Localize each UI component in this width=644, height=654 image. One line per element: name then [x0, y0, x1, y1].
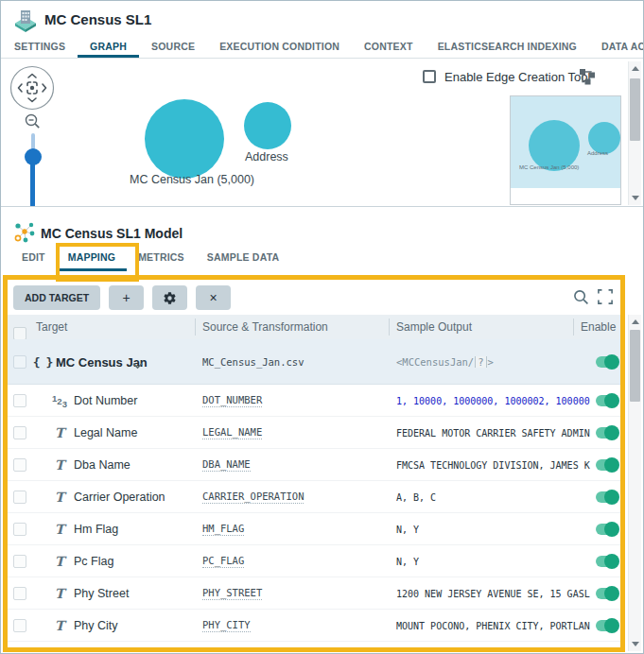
- table-row-pc-flag[interactable]: TPc FlagPC_FLAGN, Y: [8, 545, 620, 577]
- table-row-phy-city[interactable]: TPhy CityPHY_CITYMOUNT POCONO, PHENIX CI…: [8, 610, 620, 642]
- source-field[interactable]: PC_FLAG: [202, 555, 244, 568]
- select-all-checkbox[interactable]: [13, 327, 26, 340]
- enable-toggle[interactable]: [596, 395, 618, 406]
- enable-edge-creation-checkbox[interactable]: [423, 70, 436, 83]
- row-checkbox[interactable]: [13, 491, 26, 504]
- add-attribute-button[interactable]: +: [109, 285, 144, 310]
- scroll-down-arrow[interactable]: [629, 192, 641, 204]
- sample-output: FEDERAL MOTOR CARRIER SAFETY ADMIN: [396, 427, 591, 438]
- enable-toggle[interactable]: [596, 459, 618, 471]
- row-checkbox[interactable]: [13, 523, 26, 536]
- zoom-slider-fill[interactable]: [30, 160, 35, 206]
- table-row-phy-street[interactable]: TPhy StreetPHY_STREET1200 NEW JERSEY AVE…: [8, 577, 620, 610]
- target-name: Phy Street: [74, 587, 129, 600]
- source-field[interactable]: HM_FLAG: [202, 523, 244, 536]
- table-scrollbar[interactable]: [628, 315, 641, 651]
- source-field[interactable]: PHY_CITY: [202, 619, 251, 632]
- row-checkbox[interactable]: [13, 555, 26, 568]
- column-header-sample[interactable]: Sample Output: [396, 320, 472, 334]
- settings-button[interactable]: [152, 285, 187, 310]
- column-header-source[interactable]: Source & Transformation: [202, 320, 328, 334]
- hierarchy-layout-icon[interactable]: [579, 68, 596, 89]
- search-icon[interactable]: [573, 289, 589, 309]
- mapping-rows: { }MC Census JanMC_Census_Jan.csv<MCCens…: [8, 339, 620, 647]
- table-row-hm-flag[interactable]: THm FlagHM_FLAGN, Y: [8, 513, 620, 545]
- mapping-toolbar: ADD TARGET + ×: [8, 280, 620, 315]
- close-button[interactable]: ×: [196, 285, 231, 310]
- minimap-node-mc-census-jan: [529, 120, 580, 171]
- tab-graph[interactable]: GRAPH: [78, 37, 139, 58]
- enable-toggle[interactable]: [596, 427, 618, 439]
- text-type-icon: T: [49, 554, 70, 569]
- source-field[interactable]: DOT_NUMBER: [202, 394, 262, 407]
- sample-output: N, Y: [396, 524, 591, 534]
- graph-canvas[interactable]: MC Census Jan (5,000) Address Enable Edg…: [1, 60, 643, 207]
- source-field[interactable]: CARRIER_OPERATION: [202, 491, 304, 504]
- annotation-box-mapping-table: ADD TARGET + × Target Source & Transfo: [3, 275, 625, 652]
- enable-toggle[interactable]: [596, 356, 618, 368]
- tab-edit[interactable]: EDIT: [10, 245, 57, 271]
- enable-toggle[interactable]: [596, 588, 618, 599]
- text-type-icon: T: [49, 586, 70, 601]
- text-type-icon: T: [49, 425, 70, 440]
- tab-data-access[interactable]: DATA ACCESS: [589, 37, 644, 58]
- column-header-target[interactable]: Target: [36, 320, 67, 334]
- text-type-icon: T: [49, 490, 70, 505]
- scrollbar-thumb[interactable]: [630, 78, 640, 141]
- tab-mapping[interactable]: MAPPING: [57, 245, 127, 271]
- tab-elasticsearch-indexing[interactable]: ELASTICSEARCH INDEXING: [426, 37, 589, 58]
- source-field[interactable]: PHY_STREET: [202, 587, 262, 600]
- page-title: MC Census SL1: [44, 11, 151, 27]
- target-name: Dot Number: [74, 394, 137, 407]
- tab-execution-condition[interactable]: EXECUTION CONDITION: [207, 37, 352, 58]
- model-network-icon: [13, 221, 36, 248]
- scrollbar-thumb[interactable]: [630, 330, 640, 402]
- graph-node-label: Address: [245, 150, 288, 164]
- row-checkbox[interactable]: [13, 394, 26, 407]
- sample-output: N, Y: [396, 556, 591, 566]
- row-checkbox[interactable]: [13, 458, 26, 472]
- table-row-legal-name[interactable]: TLegal NameLEGAL_NAMEFEDERAL MOTOR CARRI…: [8, 417, 620, 449]
- zoom-out-icon[interactable]: [24, 112, 42, 134]
- row-checkbox[interactable]: [13, 587, 26, 600]
- sample-output: 1, 10000, 1000000, 1000002, 100000: [396, 395, 591, 405]
- tab-context[interactable]: CONTEXT: [352, 37, 426, 58]
- sample-output: MOUNT POCONO, PHENIX CITY, PORTLAN: [396, 620, 591, 630]
- column-header-enable[interactable]: Enable: [581, 320, 616, 334]
- table-row-carrier-operation[interactable]: TCarrier OperationCARRIER_OPERATIONA, B,…: [8, 481, 620, 513]
- graph-node-mc-census-jan[interactable]: [145, 99, 224, 179]
- table-row-dba-name[interactable]: TDba NameDBA_NAMEFMCSA TECHNOLOGY DIVISI…: [8, 449, 620, 481]
- source-field[interactable]: LEGAL_NAME: [202, 426, 262, 439]
- add-target-button[interactable]: ADD TARGET: [13, 285, 100, 310]
- scroll-up-arrow[interactable]: [629, 62, 641, 75]
- target-name: Dba Name: [74, 458, 131, 472]
- tab-source[interactable]: SOURCE: [139, 37, 207, 58]
- target-name: Pc Flag: [74, 555, 113, 568]
- row-checkbox[interactable]: [13, 619, 26, 632]
- graph-node-address[interactable]: [244, 102, 291, 149]
- enable-toggle[interactable]: [596, 620, 618, 631]
- graph-minimap[interactable]: MC Census Jan (5,000) Address: [510, 95, 621, 205]
- enable-toggle[interactable]: [596, 556, 618, 567]
- expand-icon[interactable]: [598, 289, 613, 308]
- graph-scrollbar[interactable]: [628, 61, 641, 205]
- scroll-down-arrow[interactable]: [629, 638, 641, 650]
- source-field[interactable]: MC_Census_Jan.csv: [202, 356, 304, 368]
- minimap-node-label: Address: [587, 150, 608, 156]
- chevron-down-icon[interactable]: [132, 355, 143, 372]
- table-row-mc-census-jan[interactable]: { }MC Census JanMC_Census_Jan.csv<MCCens…: [8, 339, 620, 385]
- pan-compass-control[interactable]: [9, 65, 55, 114]
- object-type-icon: { }: [32, 354, 53, 369]
- source-field[interactable]: DBA_NAME: [202, 458, 251, 472]
- tab-sample-data[interactable]: SAMPLE DATA: [196, 245, 290, 271]
- tab-settings[interactable]: SETTINGS: [2, 37, 78, 58]
- tab-metrics[interactable]: METRICS: [127, 245, 196, 271]
- enable-toggle[interactable]: [596, 491, 618, 503]
- row-checkbox[interactable]: [13, 426, 26, 439]
- dataset-icon: [12, 7, 39, 33]
- enable-toggle[interactable]: [596, 524, 618, 535]
- text-type-icon: T: [49, 618, 70, 633]
- table-row-dot-number[interactable]: 123Dot NumberDOT_NUMBER1, 10000, 1000000…: [8, 385, 620, 417]
- scroll-up-arrow[interactable]: [629, 316, 641, 328]
- row-checkbox[interactable]: [13, 355, 26, 369]
